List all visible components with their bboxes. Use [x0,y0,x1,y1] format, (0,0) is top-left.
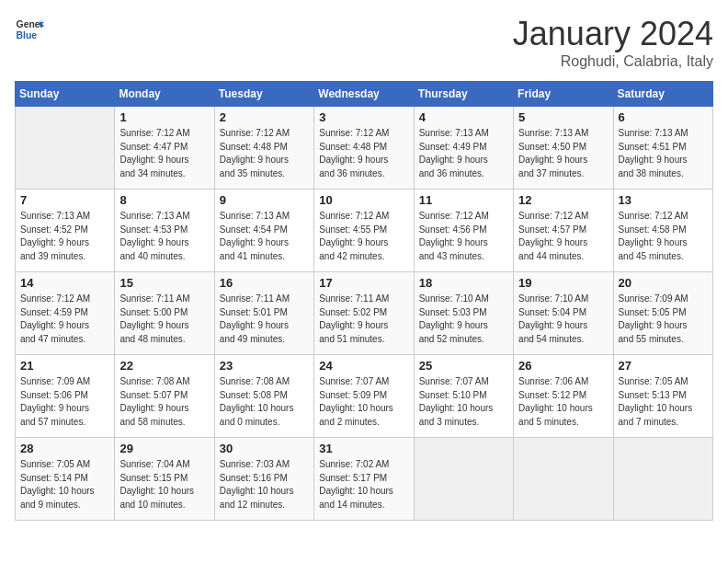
day-number: 8 [119,193,209,207]
calendar-cell: 30Sunrise: 7:03 AM Sunset: 5:16 PM Dayli… [214,438,313,521]
day-info: Sunrise: 7:02 AM Sunset: 5:17 PM Dayligh… [319,458,408,511]
calendar-cell: 8Sunrise: 7:13 AM Sunset: 4:53 PM Daylig… [115,190,214,272]
page-header: General Blue January 2024 Roghudi, Calab… [15,15,713,70]
location: Roghudi, Calabria, Italy [513,53,713,70]
calendar-cell: 2Sunrise: 7:12 AM Sunset: 4:48 PM Daylig… [214,107,313,190]
calendar-week-5: 28Sunrise: 7:05 AM Sunset: 5:14 PM Dayli… [16,438,713,521]
calendar-cell: 31Sunrise: 7:02 AM Sunset: 5:17 PM Dayli… [314,438,414,521]
calendar-cell [16,107,115,190]
day-number: 9 [220,193,309,207]
day-info: Sunrise: 7:12 AM Sunset: 4:47 PM Dayligh… [119,127,209,180]
logo-icon: General Blue [15,15,44,44]
day-info: Sunrise: 7:12 AM Sunset: 4:56 PM Dayligh… [419,210,508,263]
calendar-cell: 28Sunrise: 7:05 AM Sunset: 5:14 PM Dayli… [16,438,115,521]
day-info: Sunrise: 7:11 AM Sunset: 5:02 PM Dayligh… [319,293,408,346]
calendar-cell: 7Sunrise: 7:13 AM Sunset: 4:52 PM Daylig… [16,190,115,272]
day-number: 1 [119,110,209,124]
day-header-thursday: Thursday [414,82,513,107]
header-row: SundayMondayTuesdayWednesdayThursdayFrid… [16,82,713,107]
day-header-wednesday: Wednesday [314,82,414,107]
calendar-cell: 10Sunrise: 7:12 AM Sunset: 4:55 PM Dayli… [314,190,414,272]
day-number: 6 [619,110,708,124]
day-number: 2 [220,110,309,124]
day-info: Sunrise: 7:13 AM Sunset: 4:54 PM Dayligh… [220,210,309,263]
calendar-cell: 4Sunrise: 7:13 AM Sunset: 4:49 PM Daylig… [414,107,513,190]
day-number: 11 [419,193,508,207]
day-info: Sunrise: 7:09 AM Sunset: 5:06 PM Dayligh… [20,375,109,429]
day-number: 21 [20,359,109,373]
calendar-cell: 6Sunrise: 7:13 AM Sunset: 4:51 PM Daylig… [613,107,712,190]
day-number: 28 [20,442,109,455]
svg-text:Blue: Blue [17,30,38,40]
day-number: 19 [518,276,608,290]
calendar-cell: 14Sunrise: 7:12 AM Sunset: 4:59 PM Dayli… [16,272,115,355]
day-number: 16 [220,276,309,290]
calendar-cell: 1Sunrise: 7:12 AM Sunset: 4:47 PM Daylig… [115,107,214,190]
calendar-week-1: 1Sunrise: 7:12 AM Sunset: 4:47 PM Daylig… [16,107,713,190]
calendar-week-4: 21Sunrise: 7:09 AM Sunset: 5:06 PM Dayli… [16,355,713,438]
day-number: 30 [220,442,309,455]
day-info: Sunrise: 7:05 AM Sunset: 5:14 PM Dayligh… [20,458,109,511]
calendar-cell: 29Sunrise: 7:04 AM Sunset: 5:15 PM Dayli… [115,438,214,521]
calendar-cell: 23Sunrise: 7:08 AM Sunset: 5:08 PM Dayli… [214,355,313,438]
day-info: Sunrise: 7:12 AM Sunset: 4:59 PM Dayligh… [20,293,109,346]
day-number: 29 [119,442,209,455]
day-header-monday: Monday [115,82,214,107]
day-header-friday: Friday [514,82,613,107]
calendar-week-2: 7Sunrise: 7:13 AM Sunset: 4:52 PM Daylig… [16,190,713,272]
day-number: 12 [518,193,608,207]
day-header-tuesday: Tuesday [214,82,313,107]
calendar-cell: 21Sunrise: 7:09 AM Sunset: 5:06 PM Dayli… [16,355,115,438]
calendar-cell: 12Sunrise: 7:12 AM Sunset: 4:57 PM Dayli… [514,190,613,272]
day-info: Sunrise: 7:13 AM Sunset: 4:50 PM Dayligh… [518,127,608,180]
calendar-cell: 16Sunrise: 7:11 AM Sunset: 5:01 PM Dayli… [214,272,313,355]
day-info: Sunrise: 7:11 AM Sunset: 5:00 PM Dayligh… [119,293,209,346]
day-number: 22 [119,359,209,373]
day-number: 5 [518,110,608,124]
title-block: January 2024 Roghudi, Calabria, Italy [513,15,713,70]
calendar-cell: 13Sunrise: 7:12 AM Sunset: 4:58 PM Dayli… [613,190,712,272]
day-info: Sunrise: 7:12 AM Sunset: 4:57 PM Dayligh… [518,210,608,263]
calendar-cell: 15Sunrise: 7:11 AM Sunset: 5:00 PM Dayli… [115,272,214,355]
day-number: 31 [319,442,408,455]
day-info: Sunrise: 7:10 AM Sunset: 5:03 PM Dayligh… [419,293,508,346]
day-info: Sunrise: 7:13 AM Sunset: 4:53 PM Dayligh… [119,210,209,263]
day-header-saturday: Saturday [613,82,712,107]
calendar-cell: 3Sunrise: 7:12 AM Sunset: 4:48 PM Daylig… [314,107,414,190]
calendar-week-3: 14Sunrise: 7:12 AM Sunset: 4:59 PM Dayli… [16,272,713,355]
day-info: Sunrise: 7:12 AM Sunset: 4:55 PM Dayligh… [319,210,408,263]
day-info: Sunrise: 7:08 AM Sunset: 5:08 PM Dayligh… [220,375,309,429]
day-number: 25 [419,359,508,373]
calendar-cell: 5Sunrise: 7:13 AM Sunset: 4:50 PM Daylig… [514,107,613,190]
day-info: Sunrise: 7:07 AM Sunset: 5:10 PM Dayligh… [419,375,508,429]
calendar-cell [514,438,613,521]
calendar-cell: 9Sunrise: 7:13 AM Sunset: 4:54 PM Daylig… [214,190,313,272]
calendar-cell: 27Sunrise: 7:05 AM Sunset: 5:13 PM Dayli… [613,355,712,438]
day-info: Sunrise: 7:08 AM Sunset: 5:07 PM Dayligh… [119,375,209,429]
day-info: Sunrise: 7:07 AM Sunset: 5:09 PM Dayligh… [319,375,408,429]
calendar-cell: 26Sunrise: 7:06 AM Sunset: 5:12 PM Dayli… [514,355,613,438]
day-number: 7 [20,193,109,207]
day-number: 17 [319,276,408,290]
day-number: 15 [119,276,209,290]
day-number: 4 [419,110,508,124]
day-number: 20 [619,276,708,290]
calendar-cell [414,438,513,521]
day-info: Sunrise: 7:12 AM Sunset: 4:48 PM Dayligh… [319,127,408,180]
calendar-cell [613,438,712,521]
day-info: Sunrise: 7:09 AM Sunset: 5:05 PM Dayligh… [619,293,708,346]
calendar-cell: 22Sunrise: 7:08 AM Sunset: 5:07 PM Dayli… [115,355,214,438]
calendar-cell: 11Sunrise: 7:12 AM Sunset: 4:56 PM Dayli… [414,190,513,272]
month-title: January 2024 [513,15,713,53]
day-info: Sunrise: 7:13 AM Sunset: 4:52 PM Dayligh… [20,210,109,263]
day-number: 18 [419,276,508,290]
calendar-cell: 20Sunrise: 7:09 AM Sunset: 5:05 PM Dayli… [613,272,712,355]
day-info: Sunrise: 7:13 AM Sunset: 4:51 PM Dayligh… [619,127,708,180]
day-number: 24 [319,359,408,373]
day-number: 3 [319,110,408,124]
day-number: 26 [518,359,608,373]
calendar-cell: 19Sunrise: 7:10 AM Sunset: 5:04 PM Dayli… [514,272,613,355]
day-info: Sunrise: 7:11 AM Sunset: 5:01 PM Dayligh… [220,293,309,346]
day-info: Sunrise: 7:06 AM Sunset: 5:12 PM Dayligh… [518,375,608,429]
day-number: 23 [220,359,309,373]
